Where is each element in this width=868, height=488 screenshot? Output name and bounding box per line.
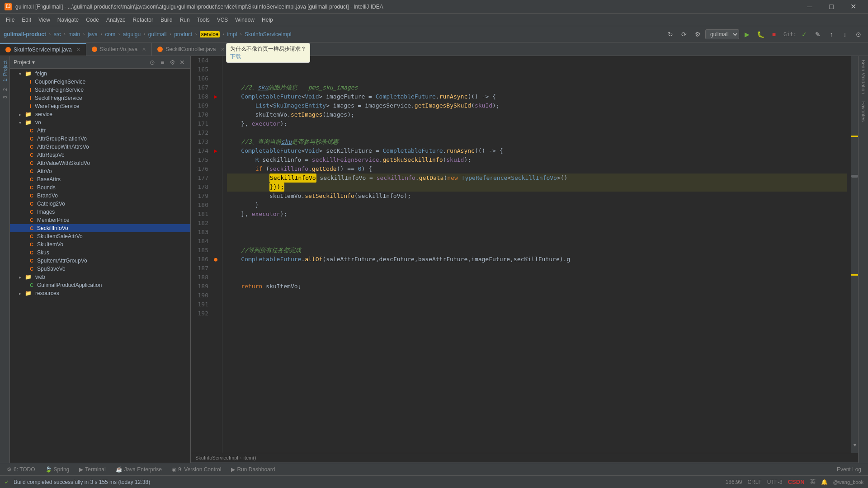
tab-version-control[interactable]: ◉ 9: Version Control — [167, 465, 226, 474]
tree-item-baseattrs[interactable]: C BaseAttrs — [10, 175, 190, 183]
tree-item-spuitemat trGroupVo[interactable]: C SpuItemAttrGroupVo — [10, 257, 190, 265]
tree-item-attrvaluewithskuidvo[interactable]: C AttrValueWithSkuIdVo — [10, 159, 190, 167]
tab-close[interactable]: ✕ — [76, 47, 80, 53]
menu-code[interactable]: Code — [82, 15, 103, 25]
tab-seckillcontroller[interactable]: SeckillController.java ✕ — [152, 43, 230, 56]
stop-button[interactable]: ■ — [768, 28, 780, 40]
menu-navigate[interactable]: Navigate — [54, 15, 82, 25]
tree-item-bounds[interactable]: C Bounds — [10, 183, 190, 192]
menu-file[interactable]: File — [2, 15, 18, 25]
tree-item-attrrespvo[interactable]: C AttrRespVo — [10, 151, 190, 159]
tree-item-coupon[interactable]: I CouponFeignService — [10, 78, 190, 86]
tab-close2[interactable]: ✕ — [142, 47, 146, 52]
minimize-button[interactable]: ─ — [799, 0, 820, 14]
breadcrumb-class[interactable]: SkuInfoServiceImpl — [245, 31, 291, 38]
tree-item-attrgrouprelationvo[interactable]: C AttrGroupRelationVo — [10, 135, 190, 143]
tab-terminal[interactable]: ▶ Terminal — [75, 465, 110, 474]
tab-spring[interactable]: 🍃 Spring — [41, 465, 74, 474]
tree-item-memberprice[interactable]: C MemberPrice — [10, 216, 190, 224]
breadcrumb-main[interactable]: main — [68, 31, 80, 38]
menu-tools[interactable]: Tools — [193, 15, 213, 25]
panel-2-btn[interactable]: 2 — [1, 86, 9, 93]
tree-item-resources[interactable]: ▸ 📁 resources — [10, 289, 190, 297]
tree-item-skuitemvo[interactable]: C SkuItemVo — [10, 240, 190, 249]
project-dropdown[interactable]: gulimall — [705, 29, 739, 39]
git-commit-button[interactable]: ✎ — [812, 28, 824, 40]
editor-scroll-gutter[interactable] — [851, 56, 858, 453]
panel-favorites-btn[interactable]: Favorites — [859, 98, 868, 125]
code-area[interactable]: //2、sku的图片信息 pms_sku_images CompletableF… — [222, 56, 851, 453]
line-ending[interactable]: CRLF — [747, 479, 761, 485]
menu-vcs[interactable]: VCS — [213, 15, 232, 25]
debug-button[interactable]: 🐛 — [755, 28, 766, 40]
input-method[interactable]: 英 — [810, 478, 816, 486]
breadcrumb-gulimall[interactable]: gulimall — [148, 31, 167, 38]
tree-item-seckill[interactable]: I SeckillFeignService — [10, 94, 190, 102]
menu-help[interactable]: Help — [258, 15, 277, 25]
notification-icon[interactable]: 🔔 — [821, 479, 828, 485]
tree-item-web[interactable]: ▸ 📁 web — [10, 273, 190, 281]
settings-button[interactable]: ⚙ — [692, 28, 703, 40]
refresh-button[interactable]: ↻ — [665, 28, 676, 40]
menu-edit[interactable]: Edit — [18, 15, 35, 25]
menu-run[interactable]: Run — [176, 15, 193, 25]
menu-build[interactable]: Build — [157, 15, 176, 25]
tree-item-attrvo[interactable]: C AttrVo — [10, 167, 190, 175]
tree-item-ware[interactable]: I WareFeignService — [10, 102, 190, 110]
menu-view[interactable]: View — [35, 15, 54, 25]
tree-item-attr[interactable]: C Attr — [10, 127, 190, 135]
tree-item-images[interactable]: C Images — [10, 208, 190, 216]
git-push-button[interactable]: ↑ — [826, 28, 837, 40]
tree-item-brandvo[interactable]: C BrandVo — [10, 192, 190, 200]
breadcrumb-java[interactable]: java — [88, 31, 98, 38]
tree-item-spusavevo[interactable]: C SpuSaveVo — [10, 265, 190, 273]
panel-3-btn[interactable]: 3 — [1, 94, 9, 101]
git-history-button[interactable]: ⊙ — [853, 28, 864, 40]
git-pull-button[interactable]: ↓ — [839, 28, 851, 40]
run-button[interactable]: ▶ — [741, 28, 753, 40]
tab-event-log[interactable]: Event Log — [832, 465, 866, 474]
sync-button[interactable]: ⟳ — [678, 28, 690, 40]
tree-item-feign[interactable]: ▾ 📁 feign — [10, 70, 190, 78]
cursor-position[interactable]: 186:99 — [726, 479, 742, 485]
menu-analyze[interactable]: Analyze — [103, 15, 129, 25]
tree-locate-btn[interactable]: ⊙ — [148, 58, 157, 67]
tree-close-btn[interactable]: ✕ — [178, 58, 187, 67]
window-controls[interactable]: ─ □ ✕ — [799, 0, 863, 14]
tree-item-catelog2vo[interactable]: C Catelog2Vo — [10, 200, 190, 208]
breadcrumb-service[interactable]: service — [200, 31, 220, 38]
menu-window[interactable]: Window — [231, 15, 258, 25]
breadcrumb-impl[interactable]: impl — [227, 31, 237, 38]
panel-bean-validation-btn[interactable]: Bean Validation — [859, 56, 868, 98]
tab-todo[interactable]: ⚙ 6: TODO — [2, 465, 40, 474]
tab-skuinfoserviceimpl[interactable]: SkuInfoServiceImpl.java ✕ — [0, 43, 86, 56]
breadcrumb-project[interactable]: gulimall-product — [4, 31, 46, 38]
tree-expand-btn[interactable]: ≡ — [158, 58, 167, 67]
scroll-arrow-down[interactable] — [851, 442, 858, 448]
tree-settings-btn[interactable]: ⚙ — [168, 58, 177, 67]
breadcrumb-product[interactable]: product — [174, 31, 192, 38]
tree-item-skus[interactable]: C Skus — [10, 249, 190, 257]
encoding[interactable]: UTF-8 — [767, 479, 783, 485]
breadcrumb-com[interactable]: com — [105, 31, 116, 38]
tab-run-dashboard[interactable]: ▶ Run Dashboard — [226, 465, 279, 474]
breadcrumb-atguigu[interactable]: atguigu — [123, 31, 141, 38]
tree-item-service[interactable]: ▸ 📁 service — [10, 110, 190, 118]
breadcrumb-method[interactable]: item() — [243, 455, 256, 460]
git-check-button[interactable]: ✓ — [798, 28, 810, 40]
tree-item-vo[interactable]: ▾ 📁 vo — [10, 118, 190, 127]
tab-close3[interactable]: ✕ — [221, 47, 225, 52]
tree-item-search[interactable]: I SearchFeignService — [10, 86, 190, 94]
panel-project-btn[interactable]: 1: Project — [1, 56, 9, 86]
tree-item-skuitemsaleattrvo[interactable]: C SkuItemSaleAttrVo — [10, 232, 190, 240]
tab-java-enterprise[interactable]: ☕ Java Enterprise — [111, 465, 166, 474]
tree-item-seckillinfovo[interactable]: C SeckillInfoVo — [10, 224, 190, 232]
close-button[interactable]: ✕ — [843, 0, 863, 14]
breadcrumb-src[interactable]: src — [54, 31, 61, 38]
scroll-thumb[interactable] — [851, 175, 858, 178]
tree-item-application[interactable]: C GulimallProductApplication — [10, 281, 190, 289]
breadcrumb-method-file[interactable]: SkuInfoServiceImpl — [195, 455, 238, 460]
tree-item-attrgroupwithattrsvo[interactable]: C AttrGroupWithAttrsVo — [10, 143, 190, 151]
menu-refactor[interactable]: Refactor — [129, 15, 157, 25]
tab-skuitemvo[interactable]: SkuItemVo.java ✕ — [86, 43, 152, 56]
